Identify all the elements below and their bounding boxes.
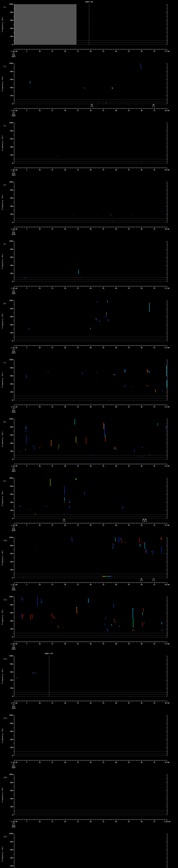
x-tick-label: 45: [128, 584, 130, 586]
right-y-tick: [166, 747, 167, 748]
x-tick: [34, 464, 35, 465]
date-label: 23: [13, 763, 14, 765]
right-y-tick: [167, 778, 167, 779]
y-tick: [13, 155, 14, 155]
y-tick: [13, 104, 14, 104]
detection-mark: [134, 609, 134, 609]
detection-mark: [80, 274, 80, 274]
detection-mark: [133, 618, 133, 627]
x-tick-label: 55: [153, 643, 155, 645]
x-tick: [101, 701, 101, 702]
x-tick: [157, 642, 157, 642]
y-tick: [13, 245, 14, 245]
x-tick-label: 45: [128, 643, 130, 645]
x-tick: [116, 168, 116, 169]
x-tick-label: 35: [102, 643, 104, 645]
detection-mark: [59, 444, 59, 447]
x-tick: [124, 761, 124, 761]
x-tick-label: 45: [128, 821, 130, 823]
date-label: 2023: [12, 589, 16, 591]
x-tick: [27, 583, 27, 584]
x-tick: [134, 405, 134, 405]
detection-mark: [146, 550, 146, 552]
detection-mark: [141, 67, 142, 68]
x-tick-label: 35: [102, 228, 104, 230]
x-tick-label: 15: [52, 762, 53, 763]
x-tick: [29, 346, 30, 346]
right-y-tick: [166, 309, 167, 309]
detection-mark: [118, 537, 119, 543]
panel: (5)Frequency (Hz)100080060040020001:50:0…: [0, 237, 178, 296]
right-y-tick: [166, 672, 167, 672]
x-tick: [147, 49, 147, 50]
detection-mark: [142, 612, 143, 615]
right-y-tick: [167, 159, 167, 159]
x-tick: [157, 523, 157, 524]
x-end-label: 48:00: [165, 110, 169, 112]
x-tick-label: 25: [77, 702, 79, 704]
detection-mark: [22, 614, 23, 619]
noise-line: [14, 576, 167, 576]
x-tick-label: 20: [64, 702, 66, 704]
x-tick: [103, 346, 103, 347]
panel: (6)Frequency (Hz)100080060040020001:51:0…: [0, 296, 178, 355]
y-tick-label: 600: [5, 434, 13, 436]
x-tick-label: 35: [102, 347, 104, 349]
y-tick: [13, 660, 14, 660]
y-tick-label: 0: [5, 695, 13, 697]
x-tick: [116, 819, 116, 820]
x-tick-label: 55: [153, 406, 155, 408]
x-tick: [101, 286, 101, 287]
x-tick: [101, 168, 101, 168]
x-tick: [52, 227, 53, 228]
x-tick-label: 10: [38, 287, 40, 289]
x-tick-label: 25: [77, 406, 79, 408]
x-tick: [27, 405, 27, 406]
detection-mark: [102, 479, 102, 480]
detection-mark: [32, 614, 32, 619]
x-tick: [147, 701, 147, 702]
x-tick: [93, 49, 93, 50]
detection-mark: [79, 270, 79, 274]
annotation-line1: 20: [141, 578, 142, 580]
x-tick-label: 55: [153, 51, 155, 52]
x-tick: [98, 642, 98, 642]
y-axis-title: Frequency (Hz): [2, 135, 3, 151]
x-tick: [24, 583, 25, 583]
y-axis-title: Frequency (Hz): [2, 668, 3, 684]
y-tick: [13, 558, 14, 558]
right-y-tick: [167, 92, 167, 92]
detection-mark: [21, 506, 21, 507]
x-tick-label: 5: [26, 584, 27, 586]
detection-mark: [143, 447, 143, 448]
detection-mark: [76, 437, 76, 442]
x-tick: [129, 523, 129, 524]
x-tick: [57, 108, 58, 109]
x-tick: [24, 168, 25, 168]
detection-mark: [47, 372, 48, 373]
detection-mark: [40, 445, 41, 446]
detection-mark: [92, 103, 92, 103]
x-tick: [98, 286, 98, 287]
x-tick-label: 30: [90, 643, 92, 645]
x-tick: [157, 464, 157, 465]
x-tick: [47, 761, 48, 761]
detection-mark: [147, 385, 147, 386]
detection-mark: [152, 551, 152, 552]
x-tick: [126, 227, 126, 227]
x-tick: [106, 583, 106, 583]
detection-mark: [161, 546, 162, 553]
detection-mark: [85, 437, 86, 437]
x-tick: [27, 108, 27, 110]
y-tick: [13, 854, 14, 854]
detection-mark: [155, 390, 155, 392]
x-tick: [103, 523, 103, 524]
detection-mark: [143, 608, 144, 612]
x-tick: [29, 642, 30, 642]
x-tick: [29, 168, 30, 168]
panel: (10)Frequency (Hz)10008006004002000202.9…: [0, 533, 178, 592]
x-tick: [75, 286, 76, 287]
detection-mark: [32, 672, 33, 674]
x-tick-label: 45: [128, 110, 130, 112]
detection-mark: [132, 386, 133, 387]
